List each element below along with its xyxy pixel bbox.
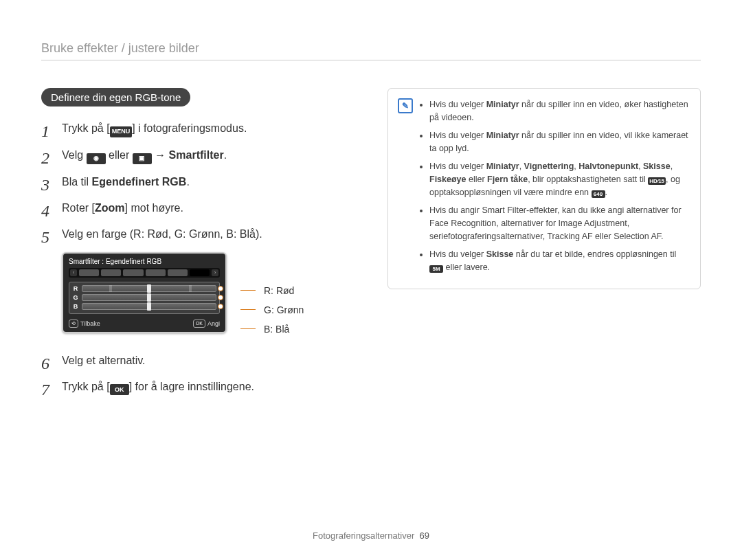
step-bold: Smartfilter: [169, 149, 224, 161]
info-icon: ✎: [398, 98, 413, 113]
footer-page-number: 69: [419, 530, 429, 541]
step-text: .: [186, 176, 189, 188]
callout-g: [218, 295, 223, 300]
step-6: 6 Velg et alternativ.: [41, 352, 349, 369]
caption-r: R: Rød: [264, 285, 294, 296]
step-number: 5: [41, 225, 49, 249]
step-text: ] i fotograferingsmodus.: [132, 122, 247, 134]
filter-tab: [146, 269, 166, 276]
hd15-icon: HD⁄15: [648, 177, 666, 185]
slider-row-r: R: [72, 285, 216, 292]
video-icon: ▣: [133, 153, 152, 164]
callout-line-icon: [240, 309, 256, 310]
callout-b: [218, 304, 223, 309]
footer-section: Fotograferingsalternativer: [313, 530, 414, 541]
rgb-sliders: R G: [69, 282, 220, 314]
step-3: 3 Bla til Egendefinert RGB.: [41, 174, 349, 190]
tab-arrow-left-icon: ‹: [70, 269, 77, 276]
step-number: 6: [41, 351, 49, 376]
step-text: Velg et alternativ.: [62, 355, 146, 366]
step-1: 1 Trykk på [MENU] i fotograferingsmodus.: [41, 120, 349, 137]
lcd-tabbar: ‹ ›: [69, 268, 220, 278]
slider-r: [82, 285, 216, 292]
filter-tab-active: [190, 269, 210, 276]
steps-list-continued: 6 Velg et alternativ. 7 Trykk på [OK] fo…: [41, 352, 349, 396]
step-text: .: [224, 149, 227, 161]
caption-g: G: Grønn: [264, 304, 304, 315]
step-text: Velg en farge (R: Rød, G: Grønn, B: Blå)…: [62, 228, 262, 240]
page-footer: Fotograferingsalternativer 69: [0, 530, 742, 541]
callout-line-icon: [240, 328, 256, 329]
caption-b: B: Blå: [264, 324, 289, 335]
step-text: Bla til: [62, 176, 92, 188]
lcd-back-button: ⟲Tilbake: [69, 320, 100, 328]
step-number: 7: [41, 377, 49, 402]
filter-tab: [101, 269, 121, 276]
filter-tab: [168, 269, 188, 276]
step-text: eller: [106, 149, 133, 161]
slider-label: G: [72, 294, 79, 301]
tab-arrow-right-icon: ›: [212, 269, 218, 276]
filter-tab: [79, 269, 99, 276]
right-column: ✎ Hvis du velger Miniatyr når du spiller…: [387, 88, 701, 405]
lcd-set-label: Angi: [207, 320, 220, 327]
note-item: Hvis du velger Miniatyr når du spiller i…: [429, 98, 689, 125]
callout-r: [218, 286, 223, 291]
callout-line-icon: [240, 290, 256, 291]
lcd-footer: ⟲Tilbake OKAngi: [69, 320, 220, 328]
slider-label: B: [72, 303, 79, 310]
steps-list: 1 Trykk på [MENU] i fotograferingsmodus.…: [41, 120, 349, 243]
note-item: Hvis du velger Miniatyr når du spiller i…: [429, 129, 689, 156]
left-column: Definere din egen RGB-tone 1 Trykk på [M…: [41, 88, 349, 405]
lcd-preview: Smartfilter : Egendefinert RGB ‹ › R: [62, 252, 227, 333]
step-bold: Egendefinert RGB: [92, 176, 187, 188]
step-text: Roter [: [62, 202, 95, 214]
step-number: 3: [41, 172, 49, 197]
step-5: 5 Velg en farge (R: Rød, G: Grønn, B: Bl…: [41, 226, 349, 243]
step-number: 4: [41, 199, 49, 223]
slider-g: [82, 294, 216, 301]
step-7: 7 Trykk på [OK] for å lagre innstillinge…: [41, 379, 349, 396]
rgb-caption: R: Rød G: Grønn B: Blå: [240, 252, 304, 335]
slider-row-g: G: [72, 294, 216, 301]
step-text: ] for å lagre innstillingene.: [129, 381, 254, 392]
ok-icon: OK: [110, 384, 129, 395]
note-item: Hvis du angir Smart Filter-effekter, kan…: [429, 204, 689, 244]
step-text: ] mot høyre.: [125, 202, 183, 214]
step-2: 2 Velg ◉ eller ▣ → Smartfilter.: [41, 147, 349, 164]
note-item: Hvis du velger Miniatyr, Vignettering, H…: [429, 160, 689, 200]
lcd-back-label: Tilbake: [80, 320, 100, 327]
step-bold: Zoom: [95, 202, 125, 214]
note-item: Hvis du velger Skisse når du tar et bild…: [429, 248, 689, 275]
slider-row-b: B: [72, 303, 216, 310]
note-list: Hvis du velger Miniatyr når du spiller i…: [420, 98, 689, 275]
section-pill: Definere din egen RGB-tone: [41, 88, 190, 107]
lcd-title: Smartfilter : Egendefinert RGB: [69, 258, 220, 265]
info-note: ✎ Hvis du velger Miniatyr når du spiller…: [387, 88, 701, 289]
lcd-set-button: OKAngi: [193, 320, 220, 328]
res640-icon: 640: [592, 190, 605, 198]
step-text: Trykk på [: [62, 381, 110, 392]
step-text: Trykk på [: [62, 122, 110, 134]
step-number: 2: [41, 146, 49, 170]
step-text: Velg: [62, 149, 87, 161]
camera-icon: ◉: [87, 153, 106, 164]
step-number: 1: [41, 119, 49, 144]
slider-label: R: [72, 285, 79, 292]
slider-b: [82, 303, 216, 310]
menu-icon: MENU: [110, 126, 133, 137]
ok-chip-icon: OK: [193, 320, 205, 328]
breadcrumb: Bruke effekter / justere bilder: [41, 41, 701, 60]
res5m-icon: 5M: [429, 265, 443, 273]
arrow-icon: →: [152, 149, 169, 161]
step-4: 4 Roter [Zoom] mot høyre.: [41, 200, 349, 216]
back-chip-icon: ⟲: [69, 320, 78, 328]
filter-tab: [123, 269, 143, 276]
